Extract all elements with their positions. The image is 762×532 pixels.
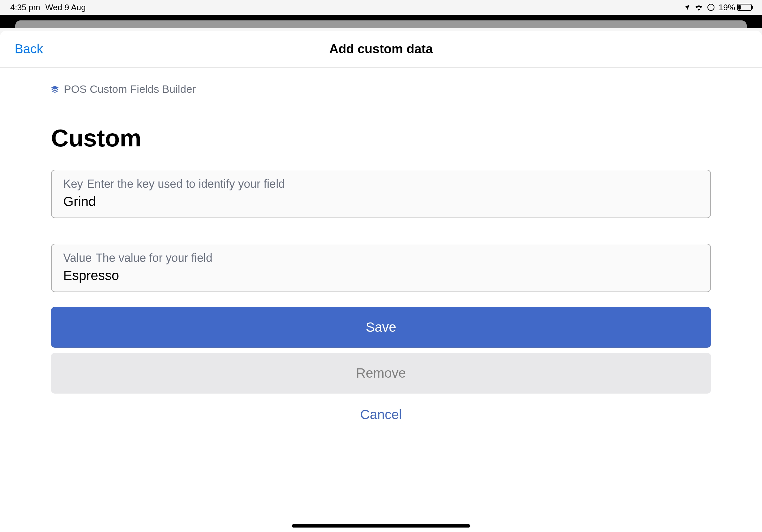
- back-button[interactable]: Back: [15, 42, 43, 56]
- status-left: 4:35 pm Wed 9 Aug: [10, 3, 86, 13]
- app-name: POS Custom Fields Builder: [64, 83, 196, 96]
- battery-icon: [737, 4, 752, 11]
- key-input[interactable]: [63, 194, 699, 209]
- background-sheet: [15, 21, 747, 28]
- save-button[interactable]: Save: [51, 307, 711, 348]
- app-icon: [51, 86, 59, 93]
- rotation-lock-icon: [707, 4, 715, 11]
- status-date: Wed 9 Aug: [45, 3, 86, 13]
- location-icon: [683, 4, 691, 11]
- key-field-label: Key: [63, 177, 83, 191]
- section-title: Custom: [51, 124, 711, 152]
- modal-sheet: Back Add custom data POS Custom Fields B…: [0, 31, 762, 532]
- background-layer: [0, 15, 762, 28]
- page-title: Add custom data: [0, 42, 762, 56]
- remove-button[interactable]: Remove: [51, 353, 711, 394]
- battery-status: 19%: [719, 3, 752, 13]
- app-header: POS Custom Fields Builder: [51, 83, 711, 96]
- cancel-button[interactable]: Cancel: [51, 399, 711, 431]
- wifi-icon: [694, 4, 703, 11]
- value-field[interactable]: Value The value for your field: [51, 244, 711, 292]
- battery-percent: 19%: [719, 3, 735, 13]
- content-area: POS Custom Fields Builder Custom Key Ent…: [0, 83, 762, 431]
- status-time: 4:35 pm: [10, 3, 40, 13]
- key-field-hint: Enter the key used to identify your fiel…: [87, 177, 285, 191]
- home-indicator[interactable]: [292, 524, 470, 528]
- value-field-hint: The value for your field: [95, 251, 212, 265]
- value-field-label: Value: [63, 251, 92, 265]
- nav-header: Back Add custom data: [0, 31, 762, 68]
- key-field[interactable]: Key Enter the key used to identify your …: [51, 170, 711, 218]
- status-right: 19%: [683, 3, 752, 13]
- status-bar: 4:35 pm Wed 9 Aug 19%: [0, 0, 762, 15]
- value-input[interactable]: [63, 268, 699, 283]
